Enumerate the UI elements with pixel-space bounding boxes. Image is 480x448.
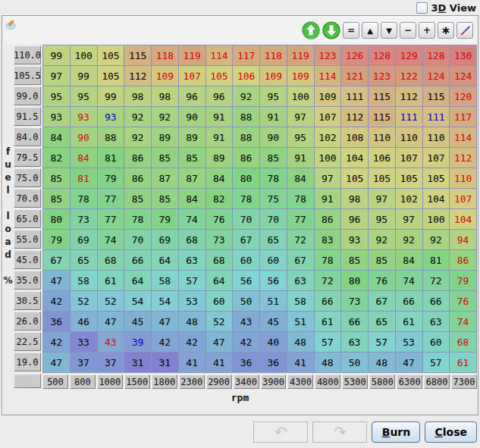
table-cell[interactable]: 107 xyxy=(315,107,342,127)
table-cell[interactable]: 88 xyxy=(233,107,260,127)
table-cell[interactable]: 107 xyxy=(179,66,206,86)
table-cell[interactable]: 106 xyxy=(369,148,396,168)
table-cell[interactable]: 83 xyxy=(315,230,342,250)
table-cell[interactable]: 84 xyxy=(179,189,206,209)
table-cell[interactable]: 64 xyxy=(206,271,234,291)
table-cell[interactable]: 84 xyxy=(206,168,234,189)
table-cell[interactable]: 86 xyxy=(450,250,477,271)
table-cell[interactable]: 91 xyxy=(287,148,315,168)
table-cell[interactable]: 40 xyxy=(260,332,287,352)
table-cell[interactable]: 66 xyxy=(423,291,450,312)
table-cell[interactable]: 85 xyxy=(341,250,369,271)
table-cell[interactable]: 86 xyxy=(233,148,260,168)
table-cell[interactable]: 37 xyxy=(71,352,98,373)
table-cell[interactable]: 61 xyxy=(450,352,477,373)
table-cell[interactable]: 85 xyxy=(43,168,71,189)
table-cell[interactable]: 112 xyxy=(396,86,423,107)
table-cell[interactable]: 110 xyxy=(423,127,450,148)
table-cell[interactable]: 42 xyxy=(179,332,206,352)
table-cell[interactable]: 79 xyxy=(43,230,71,250)
table-cell[interactable]: 79 xyxy=(98,168,125,189)
table-cell[interactable]: 67 xyxy=(369,291,396,312)
table-cell[interactable]: 78 xyxy=(71,189,98,209)
table-cell[interactable]: 45 xyxy=(260,312,287,332)
table-cell[interactable]: 97 xyxy=(369,189,396,209)
table-cell[interactable]: 68 xyxy=(450,332,477,352)
table-cell[interactable]: 61 xyxy=(396,312,423,332)
table-cell[interactable]: 92 xyxy=(369,230,396,250)
table-cell[interactable]: 124 xyxy=(423,66,450,86)
table-cell[interactable]: 90 xyxy=(71,127,98,148)
table-cell[interactable]: 118 xyxy=(260,45,287,66)
increment-button[interactable]: + xyxy=(419,22,435,39)
table-cell[interactable]: 98 xyxy=(124,86,152,107)
table-cell[interactable]: 58 xyxy=(152,271,179,291)
table-cell[interactable]: 65 xyxy=(71,250,98,271)
table-cell[interactable]: 92 xyxy=(124,107,152,127)
table-cell[interactable]: 63 xyxy=(179,250,206,271)
table-cell[interactable]: 105 xyxy=(396,168,423,189)
table-cell[interactable]: 96 xyxy=(341,209,369,230)
table-cell[interactable]: 56 xyxy=(260,271,287,291)
table-cell[interactable]: 45 xyxy=(124,312,152,332)
table-cell[interactable]: 80 xyxy=(341,271,369,291)
table-cell[interactable]: 123 xyxy=(369,66,396,86)
table-cell[interactable]: 86 xyxy=(124,168,152,189)
table-cell[interactable]: 39 xyxy=(124,332,152,352)
table-cell[interactable]: 47 xyxy=(152,312,179,332)
table-cell[interactable]: 58 xyxy=(287,291,315,312)
table-cell[interactable]: 85 xyxy=(124,189,152,209)
table-cell[interactable]: 92 xyxy=(152,107,179,127)
table-cell[interactable]: 42 xyxy=(233,332,260,352)
table-cell[interactable]: 53 xyxy=(396,332,423,352)
table-cell[interactable]: 104 xyxy=(423,189,450,209)
table-cell[interactable]: 60 xyxy=(260,250,287,271)
table-cell[interactable]: 78 xyxy=(287,189,315,209)
table-cell[interactable]: 70 xyxy=(260,209,287,230)
table-cell[interactable]: 57 xyxy=(423,352,450,373)
table-cell[interactable]: 98 xyxy=(152,86,179,107)
table-cell[interactable]: 95 xyxy=(287,127,315,148)
table-cell[interactable]: 105 xyxy=(206,66,234,86)
table-cell[interactable]: 93 xyxy=(341,230,369,250)
table-cell[interactable]: 117 xyxy=(450,107,477,127)
table-cell[interactable]: 121 xyxy=(341,66,369,86)
table-cell[interactable]: 57 xyxy=(369,332,396,352)
table-cell[interactable]: 111 xyxy=(423,107,450,127)
table-cell[interactable]: 60 xyxy=(233,250,260,271)
table-cell[interactable]: 97 xyxy=(43,66,71,86)
table-cell[interactable]: 41 xyxy=(206,352,234,373)
table-cell[interactable]: 52 xyxy=(206,312,234,332)
table-cell[interactable]: 81 xyxy=(423,250,450,271)
table-cell[interactable]: 89 xyxy=(152,127,179,148)
table-cell[interactable]: 63 xyxy=(341,332,369,352)
table-cell[interactable]: 60 xyxy=(206,291,234,312)
table-cell[interactable]: 126 xyxy=(341,45,369,66)
table-cell[interactable]: 92 xyxy=(233,86,260,107)
table-cell[interactable]: 112 xyxy=(341,107,369,127)
table-cell[interactable]: 119 xyxy=(179,45,206,66)
table-cell[interactable]: 50 xyxy=(233,291,260,312)
table-cell[interactable]: 90 xyxy=(179,107,206,127)
table-cell[interactable]: 36 xyxy=(43,312,71,332)
table-cell[interactable]: 85 xyxy=(369,250,396,271)
decrement-large-button[interactable]: ▼ xyxy=(381,22,397,39)
table-cell[interactable]: 105 xyxy=(369,168,396,189)
undo-button[interactable]: ↶ xyxy=(253,421,308,443)
table-cell[interactable]: 99 xyxy=(71,66,98,86)
table-cell[interactable]: 61 xyxy=(98,271,125,291)
table-cell[interactable]: 115 xyxy=(369,86,396,107)
table-cell[interactable]: 72 xyxy=(423,271,450,291)
table-cell[interactable]: 82 xyxy=(206,189,234,209)
table-cell[interactable]: 76 xyxy=(450,291,477,312)
table-cell[interactable]: 100 xyxy=(423,209,450,230)
table-cell[interactable]: 60 xyxy=(423,332,450,352)
table-cell[interactable]: 65 xyxy=(369,312,396,332)
table-cell[interactable]: 81 xyxy=(98,148,125,168)
table-cell[interactable]: 92 xyxy=(423,230,450,250)
table-cell[interactable]: 110 xyxy=(396,127,423,148)
edit-button[interactable] xyxy=(456,22,473,39)
table-cell[interactable]: 67 xyxy=(233,230,260,250)
table-cell[interactable]: 75 xyxy=(260,189,287,209)
table-cell[interactable]: 72 xyxy=(315,271,342,291)
